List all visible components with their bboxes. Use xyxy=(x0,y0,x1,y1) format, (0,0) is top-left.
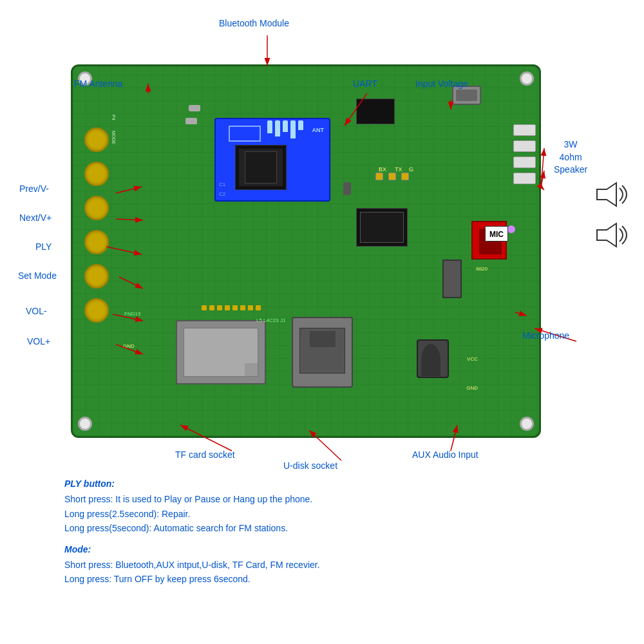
mount-hole-tr xyxy=(520,71,534,86)
btn-vol-plus[interactable] xyxy=(84,298,109,323)
label-bluetooth: Bluetooth Module xyxy=(219,18,289,28)
cap-2 xyxy=(185,118,197,124)
speaker-terminal-1 xyxy=(513,124,536,136)
sd-card-slot[interactable] xyxy=(176,320,266,384)
cap-3 xyxy=(343,182,351,195)
btn-mode[interactable] xyxy=(84,230,109,254)
speaker-terminal-3 xyxy=(513,156,536,168)
transistor xyxy=(442,260,462,298)
mic-label-box: MIC xyxy=(485,226,508,242)
svg-line-16 xyxy=(541,171,544,187)
label-speaker: 3W 4ohm Speaker xyxy=(554,138,587,176)
btn-vol-minus[interactable] xyxy=(84,264,109,289)
aux-jack[interactable] xyxy=(417,339,449,378)
pcb-board: ANT C2 C1 P4 MODE xyxy=(71,64,541,438)
mode-title: Mode: xyxy=(64,542,612,556)
ic-chip-1 xyxy=(356,99,395,124)
label-fm-antenna: FM Antenna xyxy=(74,79,123,89)
sd-slot-inner xyxy=(184,328,258,377)
ply-title: PLY button: xyxy=(64,477,612,491)
label-vol-plus: VOL+ xyxy=(27,336,50,346)
label-vol-minus: VOL- xyxy=(26,306,47,316)
speaker-icon-1 xyxy=(594,182,632,210)
label-tf-card: TF card socket xyxy=(175,450,235,460)
main-container: ANT C2 C1 P4 MODE xyxy=(0,0,644,644)
usb-slot-inner xyxy=(299,328,345,374)
label-uart: UART xyxy=(353,79,377,89)
label-set-mode: Set Mode xyxy=(18,270,57,281)
usb-prong xyxy=(310,331,336,347)
speaker-icon-2 xyxy=(594,222,632,251)
bt-antenna xyxy=(229,126,261,142)
bluetooth-module: ANT C2 C1 xyxy=(214,118,330,202)
label-prev: Prev/V- xyxy=(19,184,49,194)
instructions-block: PLY button: Short press: It is used to P… xyxy=(64,477,612,587)
cap-1 xyxy=(189,105,200,111)
label-ply: PLY xyxy=(35,242,52,252)
label-next: Next/V+ xyxy=(19,213,52,223)
svg-marker-20 xyxy=(597,183,616,206)
speaker-terminal-2 xyxy=(513,140,536,152)
label-microphone: Microphone xyxy=(522,330,569,341)
btn-next[interactable] xyxy=(84,162,109,186)
mount-hole-bl xyxy=(78,417,92,431)
svg-marker-21 xyxy=(597,223,616,247)
ic-chip-2 xyxy=(356,208,408,247)
btn-ply[interactable] xyxy=(84,196,109,220)
speaker-terminal-4 xyxy=(513,173,536,184)
label-u-disk: U-disk socket xyxy=(283,460,337,471)
mount-hole-br xyxy=(520,417,534,431)
label-aux: AUX Audio Input xyxy=(412,450,478,460)
svg-line-17 xyxy=(541,187,544,190)
btn-prev[interactable] xyxy=(84,128,109,152)
bt-chip xyxy=(235,145,287,190)
usb-slot[interactable] xyxy=(292,317,353,388)
label-input-voltage: Input Voltage xyxy=(415,79,468,89)
svg-line-15 xyxy=(541,148,544,187)
